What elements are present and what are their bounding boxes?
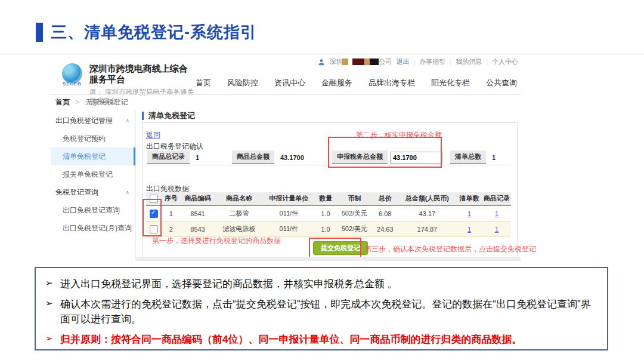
sidebar-item-list-registration[interactable]: 清单免税登记 (51, 147, 135, 165)
title-accent-bar (36, 23, 43, 42)
app-screenshot: 深圳 公司 退出 | 办事指引 | 我的消息 | 个人中心 SZCEB 深圳市跨… (51, 56, 521, 261)
list-count-link[interactable]: 1 (467, 226, 471, 233)
table-row: 1 8541 二极管 011/件 1.0 502/美元 6.08 43.17 1… (146, 205, 511, 222)
nav-sunshine[interactable]: 阳光化专栏 (431, 78, 470, 88)
col-currency: 币制 (337, 192, 372, 205)
chevron-up-icon: ∧ (125, 112, 129, 130)
col-code: 商品编码 (181, 192, 215, 205)
globe-icon (62, 63, 82, 84)
goods-table: 序号 商品编码 商品名称 申报计量单位 数量 币制 总价 总金额(人民币) 清单… (146, 192, 511, 237)
field-total-amount: 商品总金额 43.1700 (232, 150, 304, 164)
sidebar: 出口免税登记管理 ∧ 免税登记预约 清单免税登记 报关单免税登记 免税登记查询 … (51, 110, 136, 261)
main-content: 清单免税登记 返回 第二步，核实申报免税金额 出口税务登记确认 商品总记录 1 … (136, 110, 521, 261)
col-price: 总价 (372, 192, 398, 205)
col-record-count: 商品记录 (482, 192, 511, 205)
declared-tax-total-input[interactable] (390, 152, 442, 164)
row-checkbox[interactable] (150, 210, 158, 218)
breadcrumb-separator: > (75, 98, 79, 106)
note-bullet: ➢ 归并原则：按符合同一商品编码（前4位）、同一申报计量单位、同一商品币制的进行… (44, 332, 599, 347)
breadcrumb-current: 无票免税登记 (85, 98, 128, 106)
col-name: 商品名称 (215, 192, 263, 205)
notes-box: ➢ 进入出口免税登记界面，选择要登记的商品数据，并核实申报税务总金额 。 ➢ 确… (35, 267, 608, 350)
registration-panel: 返回 第二步，核实申报免税金额 出口税务登记确认 商品总记录 1 商品总金额 4… (142, 122, 518, 258)
divider (51, 94, 521, 95)
select-all-checkbox[interactable] (150, 195, 158, 203)
summary-row: 商品总记录 1 商品总金额 43.1700 申报税务总金额 清单总数 1 (146, 150, 511, 165)
back-link[interactable]: 返回 (146, 130, 160, 140)
nav-public-query[interactable]: 公共查询 (486, 78, 517, 88)
sidebar-item-export-query[interactable]: 出口免税登记查询 (51, 201, 135, 219)
logo-text: SZCEB (60, 81, 84, 87)
step3-annotation: 第三步，确认本次免税登记数据后，点击提交免税登记 (364, 244, 536, 254)
list-count-link[interactable]: 1 (467, 210, 471, 217)
notes-list: ➢ 进入出口免税登记界面，选择要登记的商品数据，并核实申报税务总金额 。 ➢ 确… (44, 276, 599, 347)
site-header: SZCEB 深圳市跨境电商线上综合服务平台 原： 深圳市跨境贸易电子商务通关服务… (60, 63, 517, 106)
field-declared-tax-total: 申报税务总金额 (332, 150, 442, 164)
nav-risk[interactable]: 风险防控 (227, 78, 258, 88)
table-header-row: 序号 商品编码 商品名称 申报计量单位 数量 币制 总价 总金额(人民币) 清单… (146, 192, 511, 205)
row-checkbox[interactable] (150, 225, 158, 233)
record-count-link[interactable]: 1 (495, 210, 499, 217)
step2-annotation: 第二步，核实申报免税金额 (356, 130, 442, 140)
nav-brand[interactable]: 品牌出海专栏 (369, 78, 415, 88)
field-list-total: 清单总数 1 (450, 150, 496, 164)
submit-registration-button[interactable]: 提交免税登记 (313, 241, 368, 255)
col-unit: 申报计量单位 (264, 192, 315, 205)
arrow-bullet-icon: ➢ (45, 297, 53, 310)
record-count-link[interactable]: 1 (495, 226, 499, 233)
page-footer-strip (136, 257, 521, 261)
nav-home[interactable]: 首页 (196, 78, 211, 88)
col-amount-rmb: 总金额(人民币) (398, 192, 456, 205)
sidebar-group-registration[interactable]: 出口免税登记管理 ∧ (51, 112, 135, 130)
sidebar-item-reservation[interactable]: 免税登记预约 (51, 130, 135, 147)
sidebar-item-export-monthly-query[interactable]: 出口免税登记(月)查询 (51, 219, 135, 237)
divider (0, 54, 644, 54)
breadcrumb: 首页 > 无票免税登记 (55, 97, 128, 107)
content-area: 出口免税登记管理 ∧ 免税登记预约 清单免税登记 报关单免税登记 免税登记查询 … (51, 110, 521, 261)
table-row: 2 8543 滤波电源板 011/件 1.0 502/美元 24.63 174.… (146, 222, 511, 237)
nav-news[interactable]: 资讯中心 (274, 78, 305, 88)
sidebar-item-customs-declaration[interactable]: 报关单免税登记 (51, 165, 135, 183)
field-total-records: 商品总记录 1 (147, 150, 199, 164)
step1-annotation: 第一步，选择要进行免税登记的商品数据 (152, 236, 281, 246)
site-title: 深圳市跨境电商线上综合服务平台 (89, 63, 196, 85)
arrow-bullet-icon: ➢ (45, 332, 53, 346)
col-qty: 数量 (314, 192, 337, 205)
col-list-count: 清单数 (456, 192, 482, 205)
nav-finance[interactable]: 金融服务 (321, 78, 352, 88)
note-bullet: ➢ 进入出口免税登记界面，选择要登记的商品数据，并核实申报税务总金额 。 (44, 276, 599, 292)
site-logo: SZCEB (60, 63, 84, 87)
arrow-bullet-icon: ➢ (45, 276, 53, 290)
main-nav: 首页 风险防控 资讯中心 金融服务 品牌出海专栏 阳光化专栏 公共查询 (196, 78, 517, 88)
breadcrumb-home[interactable]: 首页 (55, 98, 70, 106)
chevron-up-icon: ∧ (125, 183, 129, 201)
slide-title: 三、清单免税登记-系统指引 (51, 21, 257, 43)
slide-header: 三、清单免税登记-系统指引 (36, 21, 257, 43)
note-bullet: ➢ 确认本次需进行的免税登记数据，点击“提交免税登记”按钮，即完成本次免税登记。… (44, 297, 599, 327)
page-title: 清单免税登记 (142, 112, 195, 120)
col-seq: 序号 (162, 192, 181, 205)
sidebar-group-query[interactable]: 免税登记查询 ∧ (51, 183, 135, 201)
